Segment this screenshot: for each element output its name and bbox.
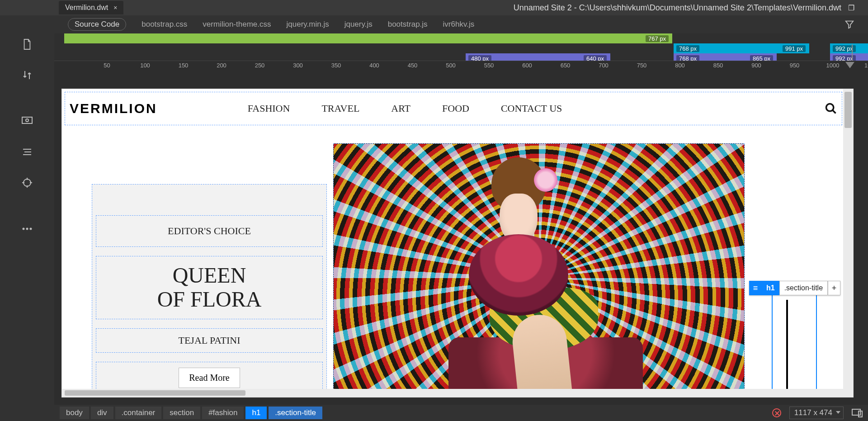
file-icon[interactable] [21,38,33,51]
scroll-thumb[interactable] [844,92,852,128]
live-view-canvas[interactable]: VERMILION FASHION TRAVEL ART FOOD CONTAC… [61,89,854,397]
canvas-size-select[interactable]: 1117 x 474 [789,407,844,419]
ruler-tick: 850 [713,62,723,69]
ruler-tick: 750 [637,62,647,69]
ruler-tick: 150 [179,62,189,69]
bp-green-label: 767 px [646,35,669,42]
filter-icon[interactable] [844,19,854,29]
read-more-button[interactable]: Read More [179,368,240,388]
doc-tab[interactable]: Vermilion.dwt × [59,1,123,14]
crumb-h1[interactable]: h1 [245,407,267,419]
bp-cyan-left: 768 px [676,45,699,52]
ruler-tick: 400 [369,62,379,69]
device-preview-icon[interactable] [852,408,863,417]
file-tab-jquery[interactable]: jquery.js [344,20,373,29]
ruler-tick: 650 [561,62,571,69]
ruler-tick: 500 [446,62,456,69]
breakpoint-bar-min-extra[interactable]: 992 px [830,43,868,53]
nav-travel[interactable]: TRAVEL [321,103,359,114]
ruler-tick: 550 [484,62,494,69]
svg-point-6 [826,104,834,111]
nav-food[interactable]: FOOD [442,103,469,114]
list-icon[interactable] [21,146,33,158]
hero-title-line1: QUEEN [173,264,246,288]
crumb-fashion[interactable]: #fashion [202,407,244,419]
search-icon[interactable] [825,102,837,115]
hero-author[interactable]: TEJAL PATINI [96,328,323,353]
swap-icon[interactable] [21,69,33,81]
file-tab-jquery-min[interactable]: jquery.min.js [287,20,329,29]
svg-point-1 [26,119,28,122]
ruler-tick: 1000 [826,62,840,69]
file-tab-vermilion-theme[interactable]: vermilion-theme.css [203,20,271,29]
more-icon[interactable] [21,222,33,235]
scrubber-handle-icon[interactable] [845,62,854,68]
source-code-tab[interactable]: Source Code [68,18,126,31]
svg-rect-0 [22,117,32,123]
site-logo[interactable]: VERMILION [70,101,157,116]
ruler-tick: 1050 [864,62,868,69]
crumb-div[interactable]: div [91,407,113,419]
doc-path: Unnamed Site 2 - C:\Users\shhivkum\Docum… [514,3,863,13]
hero-text-card: EDITOR'S CHOICE QUEEN OF FLORA TEJAL PAT… [92,184,327,397]
scroll-thumb-h[interactable] [65,390,245,396]
selected-element-outline[interactable] [772,293,817,397]
canvas-scroll-horizontal[interactable] [62,389,853,397]
bp-cyan-right: 991 px [783,45,806,52]
viewport-width-marker[interactable] [852,44,853,61]
nav-art[interactable]: ART [391,103,410,114]
hud-tag[interactable]: h1 [762,281,779,295]
element-hud: ≡ h1 .section-title + [749,281,840,295]
hero-eyebrow[interactable]: EDITOR'S CHOICE [96,215,323,247]
file-tab-ivr6hkv[interactable]: ivr6hkv.js [443,20,475,29]
close-icon[interactable]: × [113,4,117,11]
hero-title[interactable]: QUEEN OF FLORA [96,256,323,319]
status-right: 1117 x 474 [772,407,863,419]
svg-point-5 [30,228,32,230]
file-tab-bootstrap-css[interactable]: bootstrap.css [142,20,187,29]
hero-image[interactable] [333,143,745,397]
site-header: VERMILION FASHION TRAVEL ART FOOD CONTAC… [65,92,842,125]
file-tabs-row: Source Code bootstrap.css vermilion-them… [0,15,868,33]
ruler-tick: 250 [255,62,265,69]
crumb-body[interactable]: body [60,407,89,419]
ruler-tick: 200 [217,62,226,69]
doc-tab-label: Vermilion.dwt [65,4,108,12]
ruler-tick: 800 [675,62,685,69]
live-view-icon[interactable] [21,115,33,128]
ruler-tick: 450 [408,62,418,69]
doc-tab-row: Vermilion.dwt × Unnamed Site 2 - C:\User… [0,0,868,15]
nav-contact[interactable]: CONTACT US [501,103,562,114]
crumb-section[interactable]: section [163,407,200,419]
ruler-tick: 950 [790,62,800,69]
crosshair-icon[interactable] [21,176,33,189]
crumb-container[interactable]: .container [115,407,162,419]
crumb-section-title[interactable]: .section-title [269,407,322,419]
ruler: 5010015020025030035040045050055060065070… [54,61,868,71]
breakpoint-bar-min[interactable]: 768 px 991 px [674,43,809,53]
hud-add-icon[interactable]: + [828,281,840,295]
hud-class[interactable]: .section-title [779,281,828,295]
hero-title-line2: OF FLORA [157,288,262,312]
svg-point-2 [24,179,31,186]
ruler-tick: 900 [751,62,761,69]
left-toolbar [0,15,54,421]
canvas-scroll-vertical[interactable] [843,89,853,397]
site-nav: FASHION TRAVEL ART FOOD CONTACT US [248,103,562,114]
ruler-tick: 600 [522,62,532,69]
ruler-tick: 50 [104,62,110,69]
svg-point-4 [26,228,28,230]
file-tab-bootstrap-js[interactable]: bootstrap.js [388,20,428,29]
breakpoint-bar-max[interactable]: 767 px [64,33,672,43]
hud-drag-handle-icon[interactable]: ≡ [749,281,762,295]
ruler-tick: 350 [331,62,341,69]
breakpoint-bars: 767 px 768 px 991 px 992 px 480 px 640 p… [54,33,868,61]
doc-path-text: Unnamed Site 2 - C:\Users\shhivkum\Docum… [514,3,841,12]
error-icon[interactable] [772,408,781,417]
svg-rect-7 [852,409,860,415]
svg-point-3 [23,228,25,230]
status-bar: body div .container section #fashion h1 … [54,405,868,421]
ruler-tick: 100 [140,62,150,69]
dupe-window-icon[interactable]: ❐ [848,4,854,12]
nav-fashion[interactable]: FASHION [248,103,290,114]
